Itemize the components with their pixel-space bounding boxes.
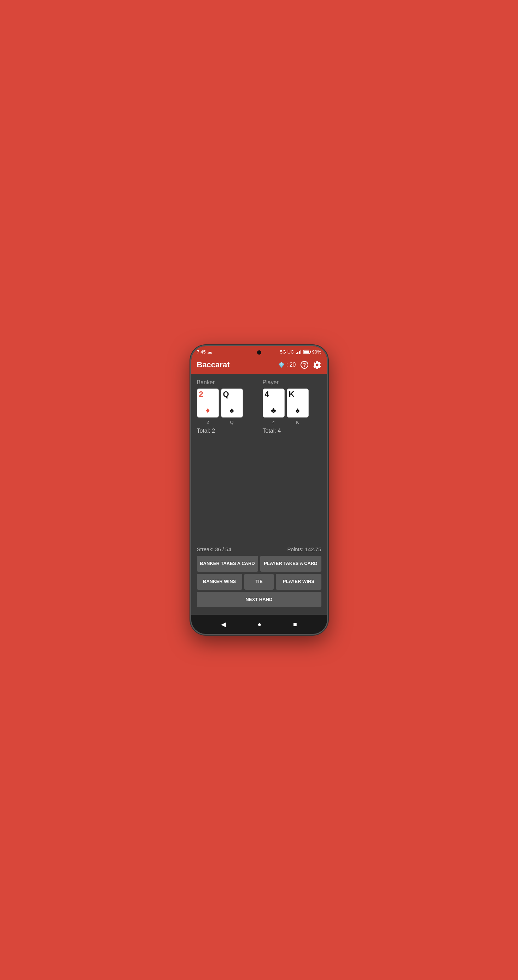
outcome-row: BANKER WINS TIE PLAYER WINS [197,574,321,590]
banker-card-1-value: 2 [199,390,217,398]
svg-rect-2 [304,351,309,353]
points-display: Points: 142.75 [287,546,321,552]
player-card-2: K ♠ [287,388,309,417]
player-card-names: 4 K [263,420,321,425]
app-bar-right: : 20 ? [278,361,321,369]
banker-card-2: Q ♠ [221,388,243,417]
player-cards: 4 ♣ K ♠ [263,388,321,417]
banker-card-1-name: 2 [197,420,219,425]
banker-total: Total: 2 [197,428,256,434]
svg-text:?: ? [303,362,306,368]
nav-bar: ◀ ● ■ [191,615,327,634]
app-title: Baccarat [197,360,230,369]
next-hand-button[interactable]: NEXT HAND [197,592,321,607]
gem-count: : 20 [286,362,296,368]
main-content: Banker 2 ♦ Q ♠ 2 Q Tot [191,374,327,615]
stats-row: Streak: 36 / 54 Points: 142.75 [197,546,321,552]
settings-button[interactable] [313,361,321,369]
home-button[interactable]: ● [253,619,266,630]
player-wins-button[interactable]: PLAYER WINS [276,574,321,590]
svg-rect-1 [311,351,311,353]
network-label: 5G UC [280,349,294,355]
player-section: Player 4 ♣ K ♠ 4 K Tot [263,379,321,434]
player-card-1: 4 ♣ [263,388,285,417]
banker-wins-button[interactable]: BANKER WINS [197,574,242,590]
player-card-1-suit: ♣ [263,407,284,414]
player-takes-card-button[interactable]: PLAYER TAKES A CARD [260,556,321,572]
banker-card-2-suit: ♠ [222,407,242,414]
streak-display: Streak: 36 / 54 [197,546,232,552]
status-right: 5G UC 90% [280,349,321,355]
banker-card-2-name: Q [221,420,243,425]
player-card-1-name: 4 [263,420,285,425]
player-card-2-name: K [287,420,309,425]
hands-row: Banker 2 ♦ Q ♠ 2 Q Tot [197,379,321,434]
player-card-1-value: 4 [265,390,282,398]
player-card-2-value: K [289,390,306,398]
app-bar: Baccarat : 20 ? [191,356,327,374]
cloud-icon: ☁ [207,349,212,355]
player-label: Player [263,379,321,386]
battery-indicator: 90% [303,349,321,355]
banker-cards: 2 ♦ Q ♠ [197,388,256,417]
camera-notch [257,350,261,355]
banker-section: Banker 2 ♦ Q ♠ 2 Q Tot [197,379,256,434]
status-time: 7:45 ☁ [197,349,212,355]
tie-button[interactable]: TIE [244,574,274,590]
time-display: 7:45 [197,349,206,355]
player-total: Total: 4 [263,428,321,434]
back-button[interactable]: ◀ [217,619,230,630]
vol-button-2 [190,408,191,429]
spacer [197,438,321,546]
recent-button[interactable]: ■ [289,619,301,630]
banker-card-2-value: Q [223,390,241,398]
help-button[interactable]: ? [300,361,309,369]
gem-score: : 20 [278,361,296,368]
gem-icon [278,361,285,368]
banker-card-1: 2 ♦ [197,388,219,417]
battery-percent: 90% [312,349,321,355]
vol-button-3 [190,433,191,454]
take-card-row: BANKER TAKES A CARD PLAYER TAKES A CARD [197,556,321,572]
signal-icon [296,349,301,354]
player-card-2-suit: ♠ [287,407,308,414]
banker-card-1-suit: ♦ [197,407,218,414]
banker-card-names: 2 Q [197,420,256,425]
vol-button-1 [190,392,191,404]
phone-frame: 7:45 ☁ 5G UC 90% Baccarat [190,345,328,635]
banker-label: Banker [197,379,256,386]
banker-takes-card-button[interactable]: BANKER TAKES A CARD [197,556,258,572]
